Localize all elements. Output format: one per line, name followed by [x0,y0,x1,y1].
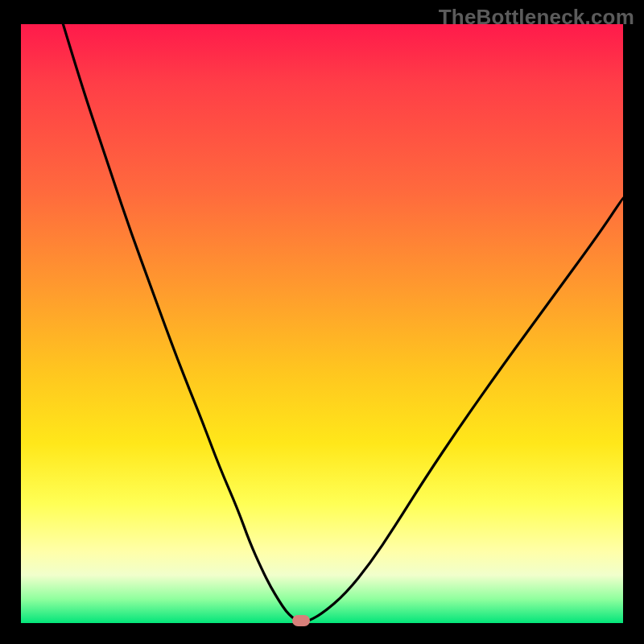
plot-area [21,24,623,623]
optimum-marker [292,615,310,626]
bottleneck-curve [21,24,623,623]
chart-frame: TheBottleneck.com [0,0,644,644]
curve-path [63,24,623,622]
